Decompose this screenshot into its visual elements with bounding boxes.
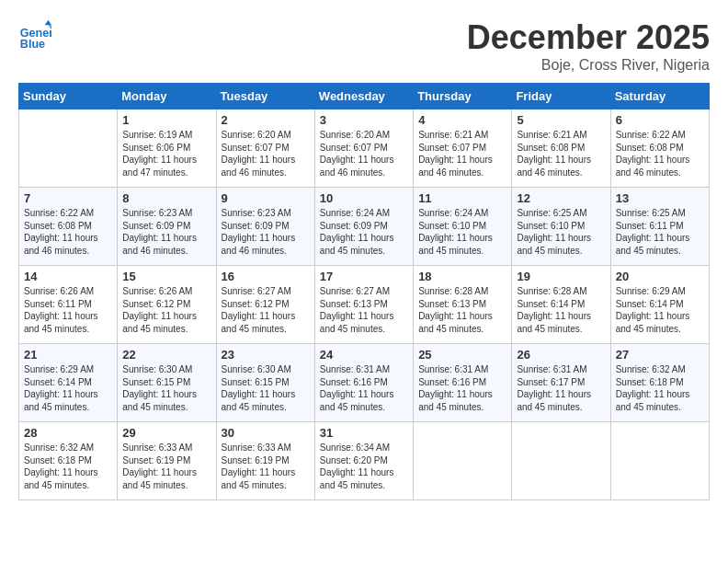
day-info: Sunrise: 6:24 AM Sunset: 6:09 PM Dayligh… <box>320 207 408 257</box>
calendar-cell: 8Sunrise: 6:23 AM Sunset: 6:09 PM Daylig… <box>118 188 216 266</box>
day-number: 28 <box>24 426 112 440</box>
calendar-cell: 24Sunrise: 6:31 AM Sunset: 6:16 PM Dayli… <box>314 344 413 422</box>
day-info: Sunrise: 6:32 AM Sunset: 6:18 PM Dayligh… <box>616 363 704 413</box>
calendar-cell: 3Sunrise: 6:20 AM Sunset: 6:07 PM Daylig… <box>314 109 413 188</box>
day-number: 13 <box>616 191 704 205</box>
day-info: Sunrise: 6:26 AM Sunset: 6:12 PM Dayligh… <box>122 285 210 335</box>
day-info: Sunrise: 6:22 AM Sunset: 6:08 PM Dayligh… <box>616 129 704 178</box>
day-info: Sunrise: 6:19 AM Sunset: 6:06 PM Dayligh… <box>122 129 210 178</box>
day-info: Sunrise: 6:23 AM Sunset: 6:09 PM Dayligh… <box>222 207 310 257</box>
day-number: 9 <box>222 191 310 205</box>
day-number: 17 <box>320 270 408 283</box>
calendar-cell: 15Sunrise: 6:26 AM Sunset: 6:12 PM Dayli… <box>118 266 216 344</box>
weekday-header-thursday: Thursday <box>414 84 512 109</box>
day-number: 23 <box>222 348 310 362</box>
weekday-header-sunday: Sunday <box>19 84 118 109</box>
day-info: Sunrise: 6:25 AM Sunset: 6:10 PM Dayligh… <box>517 207 605 257</box>
calendar-cell: 17Sunrise: 6:27 AM Sunset: 6:13 PM Dayli… <box>314 266 413 344</box>
day-info: Sunrise: 6:29 AM Sunset: 6:14 PM Dayligh… <box>616 285 704 335</box>
day-info: Sunrise: 6:27 AM Sunset: 6:12 PM Dayligh… <box>222 285 310 335</box>
calendar-cell: 25Sunrise: 6:31 AM Sunset: 6:16 PM Dayli… <box>414 344 512 422</box>
calendar-cell: 2Sunrise: 6:20 AM Sunset: 6:07 PM Daylig… <box>216 109 314 188</box>
page-header: General Blue December 2025 Boje, Cross R… <box>18 18 710 74</box>
calendar-cell: 13Sunrise: 6:25 AM Sunset: 6:11 PM Dayli… <box>610 188 709 266</box>
location: Boje, Cross River, Nigeria <box>467 57 710 74</box>
calendar-cell: 28Sunrise: 6:32 AM Sunset: 6:18 PM Dayli… <box>19 422 118 500</box>
calendar-cell: 31Sunrise: 6:34 AM Sunset: 6:20 PM Dayli… <box>314 422 413 500</box>
svg-marker-2 <box>45 20 51 25</box>
day-info: Sunrise: 6:32 AM Sunset: 6:18 PM Dayligh… <box>24 442 112 491</box>
title-block: December 2025 Boje, Cross River, Nigeria <box>467 18 710 74</box>
day-info: Sunrise: 6:20 AM Sunset: 6:07 PM Dayligh… <box>222 129 310 178</box>
day-info: Sunrise: 6:28 AM Sunset: 6:13 PM Dayligh… <box>418 285 506 335</box>
calendar-cell: 16Sunrise: 6:27 AM Sunset: 6:12 PM Dayli… <box>216 266 314 344</box>
weekday-header-row: SundayMondayTuesdayWednesdayThursdayFrid… <box>19 84 710 109</box>
day-number: 21 <box>24 348 112 362</box>
calendar-cell: 26Sunrise: 6:31 AM Sunset: 6:17 PM Dayli… <box>512 344 610 422</box>
day-number: 5 <box>517 113 605 127</box>
day-info: Sunrise: 6:31 AM Sunset: 6:16 PM Dayligh… <box>320 363 408 413</box>
day-info: Sunrise: 6:34 AM Sunset: 6:20 PM Dayligh… <box>320 442 408 491</box>
calendar-cell: 7Sunrise: 6:22 AM Sunset: 6:08 PM Daylig… <box>19 188 118 266</box>
day-info: Sunrise: 6:28 AM Sunset: 6:14 PM Dayligh… <box>517 285 605 335</box>
day-info: Sunrise: 6:31 AM Sunset: 6:16 PM Dayligh… <box>418 363 506 413</box>
day-info: Sunrise: 6:30 AM Sunset: 6:15 PM Dayligh… <box>122 363 210 413</box>
calendar-cell: 4Sunrise: 6:21 AM Sunset: 6:07 PM Daylig… <box>414 109 512 188</box>
weekday-header-wednesday: Wednesday <box>314 84 413 109</box>
day-number: 26 <box>517 348 605 362</box>
calendar-cell: 21Sunrise: 6:29 AM Sunset: 6:14 PM Dayli… <box>19 344 118 422</box>
day-info: Sunrise: 6:29 AM Sunset: 6:14 PM Dayligh… <box>24 363 112 413</box>
day-number: 25 <box>418 348 506 362</box>
calendar-table: SundayMondayTuesdayWednesdayThursdayFrid… <box>18 83 710 500</box>
day-number: 29 <box>122 426 210 440</box>
day-number: 31 <box>320 426 408 440</box>
calendar-cell: 22Sunrise: 6:30 AM Sunset: 6:15 PM Dayli… <box>118 344 216 422</box>
week-row-1: 1Sunrise: 6:19 AM Sunset: 6:06 PM Daylig… <box>19 109 710 188</box>
calendar-cell <box>414 422 512 500</box>
day-info: Sunrise: 6:31 AM Sunset: 6:17 PM Dayligh… <box>517 363 605 413</box>
calendar-cell: 19Sunrise: 6:28 AM Sunset: 6:14 PM Dayli… <box>512 266 610 344</box>
day-number: 27 <box>616 348 704 362</box>
calendar-cell: 20Sunrise: 6:29 AM Sunset: 6:14 PM Dayli… <box>610 266 709 344</box>
calendar-cell: 18Sunrise: 6:28 AM Sunset: 6:13 PM Dayli… <box>414 266 512 344</box>
day-number: 3 <box>320 113 408 127</box>
day-info: Sunrise: 6:21 AM Sunset: 6:07 PM Dayligh… <box>418 129 506 178</box>
week-row-2: 7Sunrise: 6:22 AM Sunset: 6:08 PM Daylig… <box>19 188 710 266</box>
day-info: Sunrise: 6:20 AM Sunset: 6:07 PM Dayligh… <box>320 129 408 178</box>
week-row-4: 21Sunrise: 6:29 AM Sunset: 6:14 PM Dayli… <box>19 344 710 422</box>
calendar-cell: 1Sunrise: 6:19 AM Sunset: 6:06 PM Daylig… <box>118 109 216 188</box>
week-row-3: 14Sunrise: 6:26 AM Sunset: 6:11 PM Dayli… <box>19 266 710 344</box>
month-title: December 2025 <box>467 18 710 57</box>
day-number: 22 <box>122 348 210 362</box>
svg-text:Blue: Blue <box>20 38 45 51</box>
day-number: 19 <box>517 270 605 283</box>
day-number: 20 <box>616 270 704 283</box>
calendar-cell: 11Sunrise: 6:24 AM Sunset: 6:10 PM Dayli… <box>414 188 512 266</box>
calendar-cell: 27Sunrise: 6:32 AM Sunset: 6:18 PM Dayli… <box>610 344 709 422</box>
day-number: 2 <box>222 113 310 127</box>
weekday-header-tuesday: Tuesday <box>216 84 314 109</box>
day-number: 7 <box>24 191 112 205</box>
day-info: Sunrise: 6:25 AM Sunset: 6:11 PM Dayligh… <box>616 207 704 257</box>
day-info: Sunrise: 6:22 AM Sunset: 6:08 PM Dayligh… <box>24 207 112 257</box>
day-number: 30 <box>222 426 310 440</box>
day-info: Sunrise: 6:21 AM Sunset: 6:08 PM Dayligh… <box>517 129 605 178</box>
day-number: 18 <box>418 270 506 283</box>
day-number: 15 <box>122 270 210 283</box>
logo-icon: General Blue <box>18 18 51 52</box>
calendar-cell: 6Sunrise: 6:22 AM Sunset: 6:08 PM Daylig… <box>610 109 709 188</box>
day-number: 24 <box>320 348 408 362</box>
calendar-cell: 12Sunrise: 6:25 AM Sunset: 6:10 PM Dayli… <box>512 188 610 266</box>
calendar-cell: 9Sunrise: 6:23 AM Sunset: 6:09 PM Daylig… <box>216 188 314 266</box>
calendar-cell: 10Sunrise: 6:24 AM Sunset: 6:09 PM Dayli… <box>314 188 413 266</box>
calendar-cell <box>19 109 118 188</box>
weekday-header-friday: Friday <box>512 84 610 109</box>
day-info: Sunrise: 6:23 AM Sunset: 6:09 PM Dayligh… <box>122 207 210 257</box>
calendar-cell: 14Sunrise: 6:26 AM Sunset: 6:11 PM Dayli… <box>19 266 118 344</box>
week-row-5: 28Sunrise: 6:32 AM Sunset: 6:18 PM Dayli… <box>19 422 710 500</box>
calendar-cell: 23Sunrise: 6:30 AM Sunset: 6:15 PM Dayli… <box>216 344 314 422</box>
day-info: Sunrise: 6:30 AM Sunset: 6:15 PM Dayligh… <box>222 363 310 413</box>
logo: General Blue <box>18 18 51 52</box>
weekday-header-saturday: Saturday <box>610 84 709 109</box>
day-number: 11 <box>418 191 506 205</box>
